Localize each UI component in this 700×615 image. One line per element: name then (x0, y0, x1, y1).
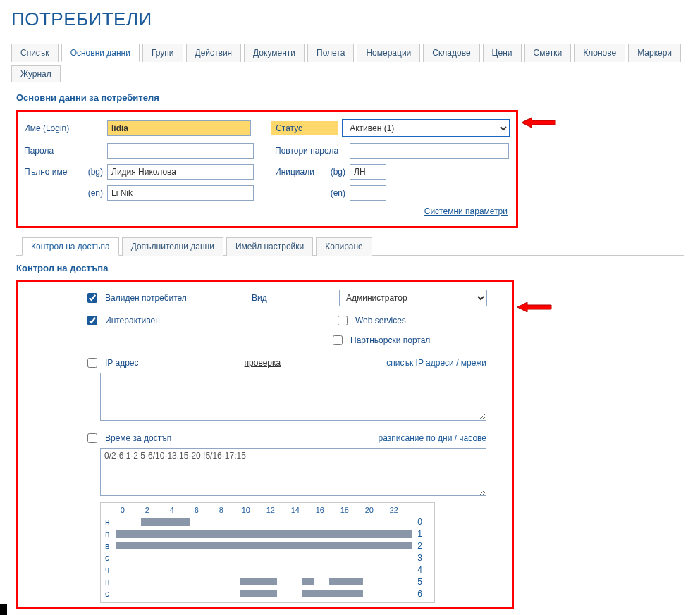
label-en: (en) (83, 188, 103, 198)
initials-bg-input[interactable] (350, 164, 386, 180)
highlight-access-control: Валиден потребител Вид Администратор Инт… (16, 280, 514, 609)
fullname-en-input[interactable] (107, 185, 254, 201)
ip-addr-textarea[interactable] (100, 373, 486, 421)
tab-действия[interactable]: Действия (186, 44, 242, 62)
main-panel: Основни данни за потребителя Име (Login)… (6, 82, 694, 615)
ip-addr-checkbox[interactable] (87, 358, 97, 368)
page-title: ПОТРЕБИТЕЛИ (11, 8, 694, 30)
section-title-basic: Основни данни за потребителя (16, 92, 684, 103)
system-params-link[interactable]: Системни параметри (424, 206, 508, 216)
red-arrow-icon (522, 116, 557, 129)
ip-list-link[interactable]: списък IP адреси / мрежи (386, 358, 486, 368)
status-select[interactable]: Активен (1) (342, 119, 510, 137)
fullname-bg-input[interactable] (107, 164, 254, 180)
label-web-services: Web services (355, 316, 406, 325)
label-initials-en: (en) (326, 188, 345, 198)
schedule-row: п1 (105, 528, 430, 540)
tab-документи[interactable]: Документи (244, 44, 305, 62)
label-kind: Вид (252, 293, 285, 303)
tab-полета[interactable]: Полета (307, 44, 354, 62)
label-bg: (bg) (83, 167, 103, 177)
schedule-row: ч4 (105, 564, 430, 576)
tab-номерации[interactable]: Номерации (357, 44, 420, 62)
label-password2: Повтори парола (275, 146, 345, 156)
tab-складове[interactable]: Складове (423, 44, 479, 62)
schedule-chart: 0246810121416182022н0п1в2с3ч4п5с6 (100, 502, 435, 603)
sub-tabs: Контрол на достъпаДопълнителни данниИмей… (16, 237, 684, 256)
label-password: Парола (24, 146, 79, 156)
schedule-row: с3 (105, 552, 430, 564)
label-ip-addr: IP адрес (105, 358, 138, 368)
label-valid-user: Валиден потребител (105, 293, 246, 303)
tab-маркери[interactable]: Маркери (628, 44, 681, 62)
subtab-0[interactable]: Контрол на достъпа (22, 237, 119, 256)
label-status: Статус (271, 121, 338, 135)
window-corner (0, 604, 7, 615)
kind-select[interactable]: Администратор (339, 290, 487, 306)
subtab-3[interactable]: Копиране (316, 237, 372, 256)
label-fullname: Пълно име (24, 167, 79, 177)
time-access-checkbox[interactable] (87, 433, 97, 443)
schedule-row: с6 (105, 588, 430, 600)
schedule-row: п5 (105, 576, 430, 588)
password-input[interactable] (107, 143, 254, 159)
ip-check-link[interactable]: проверка (245, 358, 281, 368)
initials-en-input[interactable] (350, 185, 386, 201)
partner-portal-checkbox[interactable] (333, 335, 343, 345)
tab-групи[interactable]: Групи (142, 44, 183, 62)
label-time-access: Време за достъп (105, 433, 171, 443)
valid-user-checkbox[interactable] (87, 293, 97, 303)
tab-журнал[interactable]: Журнал (11, 65, 61, 82)
tab-сметки[interactable]: Сметки (524, 44, 572, 62)
tab-основни данни[interactable]: Основни данни (61, 44, 140, 62)
label-interactive: Интерактивен (105, 316, 246, 325)
login-input[interactable] (107, 120, 251, 136)
interactive-checkbox[interactable] (87, 316, 97, 325)
highlight-basic-data: Име (Login) Статус Активен (1) Парола По… (16, 110, 518, 228)
password2-input[interactable] (350, 143, 509, 159)
subtab-1[interactable]: Допълнителни данни (122, 237, 223, 256)
tab-цени[interactable]: Цени (483, 44, 522, 62)
tab-клонове[interactable]: Клонове (574, 44, 625, 62)
red-arrow-icon (517, 301, 553, 313)
svg-marker-1 (517, 302, 551, 312)
svg-marker-0 (522, 118, 555, 128)
subtab-2[interactable]: Имейл настройки (226, 237, 313, 256)
label-login: Име (Login) (24, 123, 79, 133)
label-initials-bg: (bg) (326, 167, 345, 177)
label-initials: Инициали (275, 167, 321, 177)
top-tabs: СписъкОсновни данниГрупиДействияДокумент… (6, 43, 694, 82)
time-access-textarea[interactable] (100, 448, 486, 496)
tab-списък[interactable]: Списък (11, 44, 59, 62)
schedule-row: в2 (105, 540, 430, 552)
label-partner-portal: Партньорски портал (350, 335, 430, 345)
time-schedule-link[interactable]: разписание по дни / часове (379, 433, 486, 443)
section-title-access: Контрол на достъпа (16, 263, 684, 273)
schedule-row: н0 (105, 516, 430, 528)
web-services-checkbox[interactable] (338, 316, 348, 325)
